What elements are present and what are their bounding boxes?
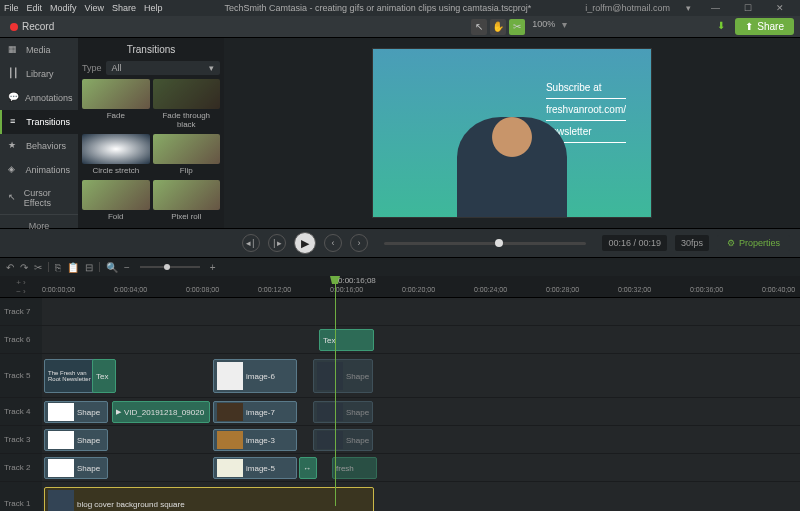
share-button[interactable]: ⬆ Share	[735, 18, 794, 35]
track-4[interactable]: Track 4 Shape ▶VID_20191218_09020 image-…	[0, 398, 800, 426]
clip-shape[interactable]: Shape	[44, 457, 108, 479]
sidebar-label: Transitions	[26, 117, 70, 127]
download-icon[interactable]: ⬇	[717, 20, 731, 34]
next-marker-button[interactable]: ›	[350, 234, 368, 252]
sidebar-item-annotations[interactable]: 💬Annotations	[0, 86, 78, 110]
pointer-tool-icon[interactable]: ↖	[471, 19, 487, 35]
clip-shape[interactable]: Shape	[313, 359, 373, 393]
menu-modify[interactable]: Modify	[50, 3, 77, 13]
share-icon: ⬆	[745, 21, 753, 32]
prev-frame-button[interactable]: ◂∣	[242, 234, 260, 252]
track-label: Track 3	[0, 426, 42, 453]
playhead[interactable]	[335, 276, 336, 506]
clip-image-7[interactable]: image-7	[213, 401, 297, 423]
animations-icon: ◈	[8, 164, 19, 176]
clip-video[interactable]: ▶VID_20191218_09020	[112, 401, 210, 423]
copy-icon[interactable]: ⎘	[55, 262, 61, 273]
zoom-icon[interactable]: 🔍	[106, 262, 118, 273]
sidebar-label: Media	[26, 45, 51, 55]
track-7[interactable]: Track 7	[0, 298, 800, 326]
clip-shape[interactable]: Shape	[313, 429, 373, 451]
sidebar-item-transitions[interactable]: ≡Transitions	[0, 110, 78, 134]
collapse-icon[interactable]: − ›	[16, 287, 26, 296]
track-1[interactable]: Track 1 blog cover background square	[0, 482, 800, 511]
canvas-line: freshvanroot.com/	[546, 101, 626, 121]
cut-icon[interactable]: ✂	[34, 262, 42, 273]
menu-help[interactable]: Help	[144, 3, 163, 13]
menu-share[interactable]: Share	[112, 3, 136, 13]
track-3[interactable]: Track 3 Shape image-3 Shape	[0, 426, 800, 454]
sidebar-more[interactable]: More	[0, 214, 78, 237]
user-chevron-icon[interactable]: ▾	[686, 3, 691, 13]
sidebar-item-behaviors[interactable]: ★Behaviors	[0, 134, 78, 158]
transition-name: Fade	[82, 109, 150, 122]
timeline-ruler[interactable]: + › − › 0:00:00;00 0:00:04;00 0:00:08;00…	[0, 276, 800, 298]
record-label: Record	[22, 21, 54, 32]
sidebar: ▦Media ┃┃Library 💬Annotations ≡Transitio…	[0, 38, 78, 228]
next-frame-button[interactable]: ∣▸	[268, 234, 286, 252]
cursor-icon: ↖	[8, 192, 18, 204]
crop-tool-icon[interactable]: ✂	[509, 19, 525, 35]
playback-slider[interactable]	[384, 242, 586, 245]
clip-label: VID_20191218_09020	[124, 408, 204, 417]
sidebar-item-cursor[interactable]: ↖Cursor Effects	[0, 182, 78, 214]
zoom-chevron-icon[interactable]: ▾	[562, 19, 567, 35]
transition-flip[interactable]: Flip	[153, 134, 221, 177]
type-select[interactable]: All ▾	[106, 61, 220, 75]
transition-fade-black[interactable]: Fade through black	[153, 79, 221, 131]
sidebar-label: Library	[26, 69, 54, 79]
expand-icon[interactable]: + ›	[16, 278, 26, 287]
redo-icon[interactable]: ↷	[20, 262, 28, 273]
clip-image-6[interactable]: image-6	[213, 359, 297, 393]
transition-circle-stretch[interactable]: Circle stretch	[82, 134, 150, 177]
prev-marker-button[interactable]: ‹	[324, 234, 342, 252]
transition-fade[interactable]: Fade	[82, 79, 150, 131]
clip-fresh[interactable]: fresh	[332, 457, 377, 479]
clip-background[interactable]: blog cover background square	[44, 487, 374, 511]
transition-pixel-roll[interactable]: Pixei roll	[153, 180, 221, 223]
menu-view[interactable]: View	[85, 3, 104, 13]
sidebar-item-media[interactable]: ▦Media	[0, 38, 78, 62]
clip-shape[interactable]: Shape	[313, 401, 373, 423]
properties-button[interactable]: ⚙ Properties	[717, 235, 790, 251]
minimize-icon[interactable]: —	[707, 3, 724, 13]
track-5[interactable]: Track 5 The Fresh van Root Newsletter Te…	[0, 354, 800, 398]
user-email[interactable]: i_rolfm@hotmail.com	[585, 3, 670, 13]
undo-icon[interactable]: ↶	[6, 262, 14, 273]
clip-image-5[interactable]: image-5	[213, 457, 297, 479]
preview-canvas[interactable]: Subscribe at freshvanroot.com/ newslette…	[224, 38, 800, 228]
sidebar-item-animations[interactable]: ◈Animations	[0, 158, 78, 182]
menu-bar: File Edit Modify View Share Help TechSmi…	[0, 0, 800, 16]
properties-label: Properties	[739, 238, 780, 248]
transition-name: Flip	[153, 164, 221, 177]
play-button[interactable]: ▶	[294, 232, 316, 254]
annotations-icon: 💬	[8, 92, 19, 104]
transition-name: Circle stretch	[82, 164, 150, 177]
record-button[interactable]: Record	[0, 21, 64, 32]
maximize-icon[interactable]: ☐	[740, 3, 756, 13]
clip-image-3[interactable]: image-3	[213, 429, 297, 451]
timeline-zoom-slider[interactable]	[140, 266, 200, 268]
transitions-icon: ≡	[10, 116, 20, 128]
zoom-in-icon[interactable]: +	[210, 262, 216, 273]
menu-edit[interactable]: Edit	[27, 3, 43, 13]
sidebar-item-library[interactable]: ┃┃Library	[0, 62, 78, 86]
clip-shape[interactable]: Shape	[44, 401, 108, 423]
track-6[interactable]: Track 6 Tex	[0, 326, 800, 354]
clip-text[interactable]: Tex	[92, 359, 116, 393]
canvas-zoom[interactable]: 100%	[528, 19, 559, 35]
split-icon[interactable]: ⊟	[85, 262, 93, 273]
clip-text[interactable]: Tex	[319, 329, 374, 351]
transition-name: Fade through black	[153, 109, 221, 131]
track-2[interactable]: Track 2 Shape image-5 ↔ fresh	[0, 454, 800, 482]
menu-file[interactable]: File	[4, 3, 19, 13]
clip-shape[interactable]: Shape	[44, 429, 108, 451]
paste-icon[interactable]: 📋	[67, 262, 79, 273]
sidebar-label: Behaviors	[26, 141, 66, 151]
zoom-out-icon[interactable]: −	[124, 262, 130, 273]
close-icon[interactable]: ✕	[772, 3, 788, 13]
playback-fps[interactable]: 30fps	[675, 235, 709, 251]
transition-fold[interactable]: Fold	[82, 180, 150, 223]
pan-tool-icon[interactable]: ✋	[490, 19, 506, 35]
clip-transition[interactable]: ↔	[299, 457, 317, 479]
